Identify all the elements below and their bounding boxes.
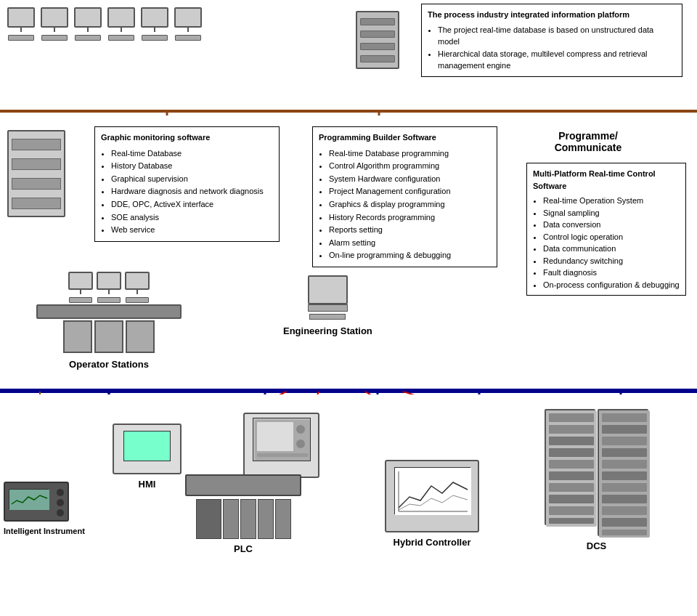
plc-rack — [185, 474, 301, 496]
op-monitor-2 — [97, 272, 121, 290]
eng-keyboard — [309, 314, 346, 320]
operator-label: Operator Stations — [36, 359, 182, 370]
hmi-mid-screen — [253, 418, 311, 461]
pb-item-2: System Hardware configuration — [329, 173, 491, 186]
gm-item-2: Graphical supervision — [111, 173, 273, 186]
keyboard-icon-6 — [175, 35, 201, 41]
workstation-6 — [174, 7, 202, 41]
svg-rect-33 — [257, 422, 293, 451]
svg-rect-53 — [602, 413, 647, 422]
multi-platform-box: Multi-Platform Real-time Control Softwar… — [526, 163, 686, 296]
info-box-top: The process industry integrated informat… — [421, 4, 682, 77]
monitor-icon-4 — [107, 7, 135, 28]
monitor-icon-1 — [7, 7, 35, 28]
programme-communicate-label: Programme/ Communicate — [530, 130, 646, 153]
info-item-1: The project real-time database is based … — [438, 24, 676, 48]
plc-modules — [185, 499, 301, 539]
pb-item-5: History Records programming — [329, 211, 491, 224]
pb-list: Real-time Database programming Control A… — [319, 147, 491, 262]
prog-comm-text: Programme/ Communicate — [555, 130, 622, 153]
engineering-label: Engineering Station — [283, 325, 372, 336]
intelligent-label: Intelligent Instrument — [4, 526, 85, 537]
op-ws-2 — [97, 272, 121, 303]
keyboard-icon-4 — [108, 35, 134, 41]
monitor-icon-3 — [74, 7, 102, 28]
svg-rect-57 — [602, 460, 647, 469]
svg-rect-38 — [395, 468, 471, 515]
server-slot-3 — [360, 43, 395, 50]
op-kbd-1 — [69, 297, 92, 303]
op-kbd-3 — [126, 297, 149, 303]
svg-rect-50 — [549, 506, 594, 515]
plc-area: PLC — [185, 474, 301, 554]
hmi-left-screen — [123, 431, 171, 461]
server-unit-top — [356, 11, 399, 69]
info-item-2: Hierarchical data storage, multilevel co… — [438, 48, 676, 72]
eng-monitor — [308, 275, 348, 304]
svg-rect-45 — [549, 448, 594, 457]
dcs-label: DCS — [545, 540, 648, 551]
hmi-left-label: HMI — [113, 479, 182, 490]
operator-cabinets — [36, 320, 182, 353]
svg-rect-49 — [549, 495, 594, 503]
plc-module-2 — [240, 499, 256, 539]
intelligent-instrument-area: Intelligent Instrument — [4, 482, 85, 537]
mp-item-0: Real-time Operation System — [543, 195, 680, 207]
hybrid-display — [395, 468, 471, 515]
operator-computers — [36, 272, 182, 303]
engineering-computer — [308, 275, 348, 320]
pb-item-7: Alarm setting — [329, 237, 491, 250]
cabinet-1 — [63, 320, 92, 353]
svg-rect-60 — [602, 495, 647, 503]
pb-item-3: Project Management configuration — [329, 185, 491, 198]
mp-item-7: On-process configuration & debugging — [543, 279, 680, 291]
pb-box-title: Programming Builder Software — [319, 131, 491, 145]
op-ws-3 — [125, 272, 150, 303]
info-box-list: The project real-time database is based … — [428, 24, 676, 72]
hybrid-screen — [394, 467, 470, 514]
intel-knobs — [57, 489, 64, 516]
pb-item-6: Reports setting — [329, 224, 491, 237]
eng-base — [308, 304, 348, 312]
plc-main-module — [196, 499, 221, 539]
gm-box-title: Graphic monitoring software — [101, 131, 273, 145]
op-kbd-2 — [97, 297, 121, 303]
hmi-mid-display — [253, 418, 311, 462]
svg-rect-36 — [257, 453, 308, 457]
plc-label: PLC — [185, 543, 301, 554]
svg-rect-54 — [602, 425, 647, 434]
mp-item-2: Data conversion — [543, 219, 680, 231]
monitor-icon-5 — [141, 7, 168, 28]
pb-item-0: Real-time Database programming — [329, 147, 491, 161]
gm-item-0: Real-time Database — [111, 147, 273, 161]
dcs-cabinet-display-2 — [599, 410, 650, 538]
dcs-area: DCS — [545, 409, 648, 551]
svg-rect-55 — [602, 437, 647, 445]
workstation-3 — [74, 7, 102, 41]
svg-rect-37 — [9, 490, 49, 510]
gm-item-5: SOE analysis — [111, 211, 273, 224]
op-ws-1 — [68, 272, 93, 303]
op-monitor-3 — [125, 272, 150, 290]
cabinet-3 — [126, 320, 155, 353]
svg-point-35 — [296, 439, 305, 448]
info-box-title: The process industry integrated informat… — [428, 9, 676, 21]
keyboard-icon-2 — [41, 35, 68, 41]
workstations-row — [7, 7, 202, 41]
hmi-mid-panel — [243, 413, 319, 478]
plc-module-1 — [223, 499, 239, 539]
keyboard-icon-1 — [8, 35, 34, 41]
rack-slot-1 — [12, 139, 61, 150]
gm-list: Real-time Database History Database Grap… — [101, 147, 273, 237]
server-slot-4 — [360, 55, 395, 62]
workstation-2 — [41, 7, 68, 41]
svg-rect-46 — [549, 460, 594, 469]
pb-item-8: On-line programming & debugging — [329, 249, 491, 262]
mp-item-4: Data communication — [543, 243, 680, 255]
intel-box — [4, 482, 69, 522]
hybrid-label: Hybrid Controller — [385, 537, 479, 548]
workstation-4 — [107, 7, 135, 41]
svg-rect-48 — [549, 483, 594, 492]
svg-rect-47 — [549, 471, 594, 480]
plc-module-4 — [275, 499, 291, 539]
